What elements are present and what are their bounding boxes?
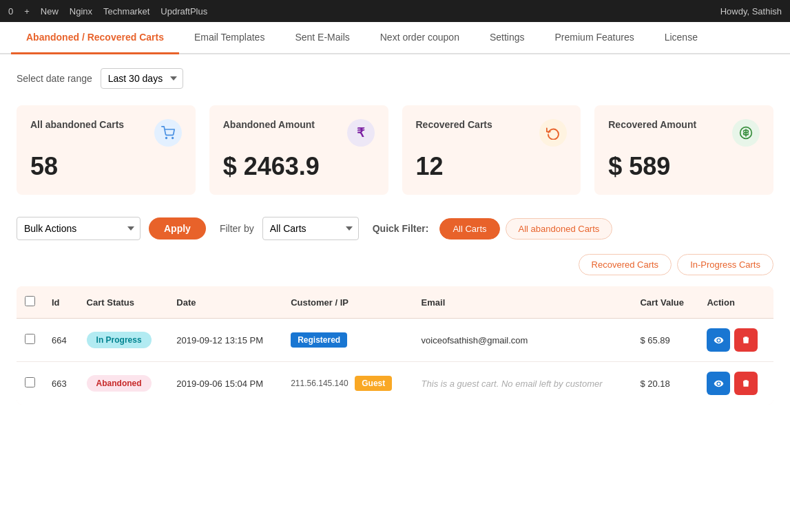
row2-cart-value: $ 20.18 — [632, 362, 698, 405]
stat-icon-refresh — [539, 119, 567, 147]
main-wrap: Abandoned / Recovered Carts Email Templa… — [0, 22, 790, 532]
row1-cart-value: $ 65.89 — [632, 319, 698, 362]
date-range-label: Select date range — [17, 73, 92, 84]
admin-bar-item-plus[interactable]: + — [24, 6, 30, 17]
row2-checkbox-cell — [17, 362, 43, 405]
row2-action — [698, 362, 773, 405]
quick-filters: All Carts All abandoned Carts — [439, 218, 612, 240]
apply-button[interactable]: Apply — [149, 217, 206, 240]
th-id: Id — [43, 286, 79, 319]
row1-date: 2019-09-12 13:15 PM — [168, 319, 282, 362]
row2-status: Abandoned — [79, 362, 169, 405]
carts-table: Id Cart Status Date Customer / IP Email … — [17, 286, 773, 405]
bulk-actions-select[interactable]: Bulk Actions Delete Mark as Recovered — [17, 217, 141, 240]
th-cart-value: Cart Value — [632, 286, 698, 319]
row1-email: voiceofsathish@gmail.com — [413, 319, 632, 362]
stat-card-all-abandoned: All abandoned Carts 58 — [17, 105, 196, 195]
row2-status-badge: Abandoned — [87, 375, 152, 392]
row2-delete-button[interactable] — [734, 372, 758, 395]
stat-card-title-0: All abandoned Carts — [30, 119, 124, 130]
howdy-label: Howdy, Sathish — [720, 6, 782, 17]
stat-card-title-3: Recovered Amount — [608, 119, 696, 130]
admin-bar-item-techmarket[interactable]: Techmarket — [103, 6, 149, 17]
qf-in-progress-carts[interactable]: In-Progress Carts — [677, 254, 773, 275]
admin-bar-item-updraftplus[interactable]: UpdraftPlus — [160, 6, 207, 17]
row1-status-badge: In Progress — [87, 332, 152, 348]
table-row: 664 In Progress 2019-09-12 13:15 PM Regi… — [17, 319, 773, 362]
admin-bar: 0 + New Nginx Techmarket UpdraftPlus How… — [0, 0, 790, 22]
svg-point-1 — [172, 138, 174, 139]
row2-view-button[interactable] — [707, 372, 730, 395]
table-row: 663 Abandoned 2019-09-06 15:04 PM 211.56… — [17, 362, 773, 405]
row1-customer: Registered — [282, 319, 413, 362]
stat-card-recovered-amount: Recovered Amount $ 589 — [594, 105, 773, 195]
tab-premium-features[interactable]: Premium Features — [540, 22, 649, 54]
stat-card-title-1: Abandoned Amount — [223, 119, 315, 130]
row1-view-button[interactable] — [707, 328, 730, 352]
tab-license[interactable]: License — [649, 22, 713, 54]
filter-by-select[interactable]: All Carts Abandoned Recovered In Progres… — [262, 217, 359, 240]
tab-email-templates[interactable]: Email Templates — [179, 22, 280, 54]
stat-value-2: 12 — [416, 152, 568, 181]
table-wrap: Id Cart Status Date Customer / IP Email … — [17, 286, 773, 405]
date-range-select[interactable]: Last 7 days Last 30 days Last 90 days Th… — [101, 68, 183, 89]
admin-bar-item-nginx[interactable]: Nginx — [70, 6, 92, 17]
qf-all-carts[interactable]: All Carts — [439, 218, 499, 240]
th-checkbox — [17, 286, 43, 319]
th-email: Email — [413, 286, 632, 319]
tab-sent-emails[interactable]: Sent E-Mails — [280, 22, 364, 54]
row1-action — [698, 319, 773, 362]
row2-date: 2019-09-06 15:04 PM — [168, 362, 282, 405]
row2-checkbox[interactable] — [25, 377, 35, 387]
stats-row: All abandoned Carts 58 Abandoned Amount … — [17, 105, 773, 195]
stat-icon-dollar-circle — [732, 119, 760, 147]
filter-by-label: Filter by — [220, 223, 254, 234]
svg-point-0 — [165, 138, 167, 139]
admin-bar-item-new[interactable]: New — [41, 6, 59, 17]
tab-abandoned-recovered[interactable]: Abandoned / Recovered Carts — [11, 22, 179, 54]
row1-checkbox-cell — [17, 319, 43, 362]
select-all-checkbox[interactable] — [25, 296, 35, 306]
quick-filter-label: Quick Filter: — [373, 223, 429, 234]
th-cart-status: Cart Status — [79, 286, 169, 319]
row1-status: In Progress — [79, 319, 169, 362]
stat-value-1: $ 2463.9 — [223, 152, 375, 181]
stat-value-0: 58 — [30, 152, 182, 181]
stat-card-title-2: Recovered Carts — [416, 119, 492, 130]
stat-icon-rupee: ₹ — [347, 119, 375, 147]
row2-customer-badge: Guest — [355, 376, 392, 391]
th-action: Action — [698, 286, 773, 319]
row1-id: 664 — [43, 319, 79, 362]
row1-delete-button[interactable] — [734, 328, 758, 352]
row1-checkbox[interactable] — [25, 334, 35, 344]
stat-card-recovered-carts: Recovered Carts 12 — [402, 105, 581, 195]
stat-card-abandoned-amount: Abandoned Amount ₹ $ 2463.9 — [209, 105, 388, 195]
th-date: Date — [168, 286, 282, 319]
admin-bar-item-0[interactable]: 0 — [8, 6, 13, 17]
qf-recovered-carts[interactable]: Recovered Carts — [579, 254, 672, 275]
qf-all-abandoned[interactable]: All abandoned Carts — [506, 218, 613, 240]
stat-value-3: $ 589 — [608, 152, 760, 181]
tab-next-order-coupon[interactable]: Next order coupon — [365, 22, 475, 54]
row2-email-text: This is a guest cart. No email left by c… — [422, 379, 603, 389]
tab-settings[interactable]: Settings — [475, 22, 540, 54]
row2-email: This is a guest cart. No email left by c… — [413, 362, 632, 405]
th-customer-ip: Customer / IP — [282, 286, 413, 319]
tabs-wrap: Abandoned / Recovered Carts Email Templa… — [0, 22, 790, 54]
row2-id: 663 — [43, 362, 79, 405]
row1-customer-badge: Registered — [291, 332, 347, 348]
filters-row: Bulk Actions Delete Mark as Recovered Ap… — [17, 217, 773, 240]
quick-filters-row2: Recovered Carts In-Progress Carts — [17, 254, 773, 275]
stat-icon-cart — [154, 119, 182, 147]
row2-customer: 211.56.145.140 Guest — [282, 362, 413, 405]
page-content: Select date range Last 7 days Last 30 da… — [0, 54, 790, 418]
date-range-row: Select date range Last 7 days Last 30 da… — [17, 68, 773, 89]
